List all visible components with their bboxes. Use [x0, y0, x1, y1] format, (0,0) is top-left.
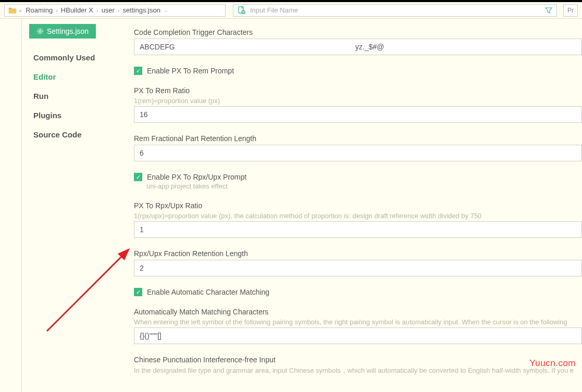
setting-hint: 1(rpx/upx)=proportion value (px), the ca…	[134, 212, 582, 220]
checkbox-checked-icon: ✓	[134, 288, 142, 296]
setting-label: Rpx/Upx Fraction Retention Length	[134, 249, 582, 258]
enable-px-rpx-checkbox[interactable]: ✓ Enable PX To Rpx/Upx Prompt	[134, 173, 582, 181]
sidebar-item-commonly-used[interactable]: Commonly Used	[29, 48, 130, 67]
sidebar-item-editor[interactable]: Editor	[29, 67, 130, 86]
search-file-icon	[238, 6, 246, 15]
file-search[interactable]	[233, 4, 557, 17]
setting-sublabel: uni-app project takes effect	[146, 182, 582, 190]
breadcrumb-item[interactable]: Roaming	[26, 6, 53, 14]
chevron-right-icon: ›	[118, 7, 120, 14]
px-rpx-ratio-input[interactable]	[134, 221, 582, 238]
settings-content: Code Completion Trigger Characters ✓ Ena…	[130, 19, 582, 392]
tab-label: Settings.json	[47, 27, 89, 35]
setting-label: Chinese Punctuation Interference-free In…	[134, 356, 582, 364]
chevron-right-icon: ›	[56, 7, 58, 14]
setting-label: Rem Fractional Part Retention Length	[134, 134, 582, 143]
setting-label: PX To Rpx/Upx Ratio	[134, 201, 582, 210]
breadcrumb-item[interactable]: settings.json	[123, 6, 160, 14]
setting-hint: In the designated file type and grammar …	[134, 366, 582, 375]
breadcrumb-item[interactable]: user	[102, 6, 115, 14]
gear-icon	[36, 28, 44, 35]
checkbox-checked-icon: ✓	[134, 173, 142, 181]
sidebar-item-run[interactable]: Run	[29, 86, 130, 106]
svg-point-3	[39, 30, 41, 32]
right-panel-toggle[interactable]: Pr	[563, 4, 578, 17]
breadcrumb-item[interactable]: HBuilder X	[61, 6, 93, 14]
sidebar-item-plugins[interactable]: Plugins	[29, 106, 130, 125]
breadcrumb[interactable]: Roaming › HBuilder X › user › settings.j…	[23, 6, 163, 14]
watermark: Yuucn.com	[529, 358, 576, 369]
rem-fractional-input[interactable]	[134, 145, 582, 161]
enable-px-rem-checkbox[interactable]: ✓ Enable PX To Rem Prompt	[134, 67, 582, 75]
chevron-down-icon[interactable]: ⌄	[164, 8, 168, 13]
filter-icon[interactable]	[545, 7, 552, 14]
code-completion-input[interactable]	[134, 39, 582, 55]
rpx-fraction-input[interactable]	[134, 260, 582, 276]
breadcrumb-overflow-icon: «	[19, 7, 22, 14]
px-rem-ratio-input[interactable]	[134, 106, 582, 123]
setting-label: Automatically Match Matching Characters	[134, 308, 582, 316]
search-input[interactable]	[250, 6, 541, 14]
setting-hint: 1(rem)=proportion value (px)	[134, 97, 582, 105]
setting-label: PX To Rem Ratio	[134, 86, 582, 95]
setting-label: Code Completion Trigger Characters	[134, 28, 582, 36]
settings-sidebar: Settings.json Commonly Used Editor Run P…	[22, 19, 130, 392]
enable-auto-char-match-checkbox[interactable]: ✓ Enable Automatic Character Matching	[134, 288, 582, 296]
sidebar-item-source-code[interactable]: Source Code	[29, 125, 130, 144]
matching-chars-input[interactable]	[134, 327, 582, 344]
setting-hint: When entering the left symbol of the fol…	[134, 318, 582, 326]
active-tab[interactable]: Settings.json	[29, 24, 96, 39]
activity-bar	[0, 19, 22, 392]
breadcrumb-bar[interactable]: « Roaming › HBuilder X › user › settings…	[4, 4, 226, 17]
svg-line-2	[244, 13, 245, 14]
checkbox-checked-icon: ✓	[134, 67, 142, 75]
folder-icon	[8, 7, 17, 14]
toolbar: « Roaming › HBuilder X › user › settings…	[0, 2, 582, 19]
chevron-right-icon: ›	[96, 7, 98, 14]
